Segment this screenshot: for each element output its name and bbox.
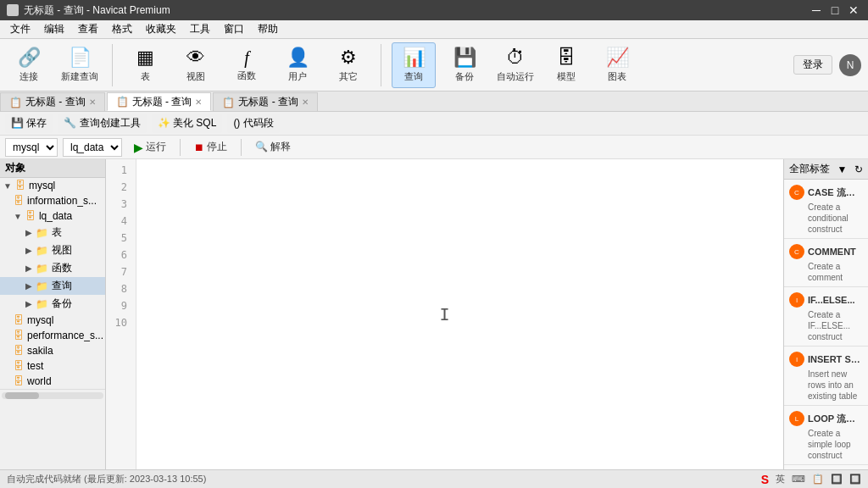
- login-button[interactable]: 登录: [793, 55, 832, 75]
- title-bar: 无标题 - 查询 - Navicat Premium ─ □ ✕: [0, 0, 868, 20]
- sidebar-item-world[interactable]: 🗄 world: [0, 374, 105, 389]
- sidebar-item-performance-schema[interactable]: 🗄 performance_s...: [0, 328, 105, 343]
- sidebar-item-tables[interactable]: ▶ 📁 表: [0, 224, 105, 241]
- menu-favorites[interactable]: 收藏夹: [139, 20, 183, 38]
- table-label: 表: [141, 70, 150, 83]
- function-button[interactable]: f 函数: [225, 42, 269, 88]
- snippet-loop[interactable]: L LOOP 流控... Create a simple loop constr…: [784, 406, 868, 465]
- collapse-icon: ▼: [3, 181, 12, 191]
- sidebar-item-mysql-db[interactable]: 🗄 mysql: [0, 313, 105, 328]
- sidebar-item-lq-data[interactable]: ▼ 🗄 lq_data: [0, 208, 105, 224]
- minimize-button[interactable]: ─: [809, 3, 824, 18]
- beautify-button[interactable]: ✨ 美化 SQL: [152, 114, 223, 133]
- snippet-loop-icon: L: [789, 411, 804, 426]
- menu-window[interactable]: 窗口: [217, 20, 251, 38]
- model-icon: 🗄: [557, 47, 576, 69]
- tab-1-close[interactable]: ✕: [89, 97, 96, 107]
- database-select[interactable]: lq_data: [63, 138, 122, 157]
- sidebar-item-backups[interactable]: ▶ 📁 备份: [0, 295, 105, 313]
- code-editor[interactable]: [136, 159, 783, 469]
- chart-label: 图表: [608, 70, 626, 83]
- sidebar-item-functions[interactable]: ▶ 📁 函数: [0, 259, 105, 277]
- line-5: 5: [106, 230, 131, 247]
- sidebar-item-backups-label: 备份: [52, 297, 72, 311]
- menu-tools[interactable]: 工具: [183, 20, 217, 38]
- sidebar-item-test[interactable]: 🗄 test: [0, 358, 105, 374]
- snippet-case-icon: C: [789, 185, 804, 200]
- snippet-if-else-title: IF...ELSE...: [808, 295, 855, 305]
- sidebar-item-views[interactable]: ▶ 📁 视图: [0, 241, 105, 259]
- tab-3-icon: 📋: [222, 97, 235, 108]
- editor-area: 1 2 3 4 5 6 7 8 9 10 I: [106, 159, 783, 469]
- folder-icon-5: 📁: [36, 298, 48, 310]
- chart-button[interactable]: 📈 图表: [595, 42, 639, 88]
- right-panel: 全部标签 ▼ ↻ C CASE 流控制... Create a conditio…: [783, 159, 868, 469]
- sidebar-item-mysql[interactable]: ▼ 🗄 mysql: [0, 178, 105, 193]
- save-button[interactable]: 💾 保存: [5, 114, 53, 133]
- tab-1-icon: 📋: [9, 97, 22, 108]
- menu-file[interactable]: 文件: [3, 20, 37, 38]
- query-tool-button[interactable]: 🔧 查询创建工具: [58, 114, 146, 133]
- sidebar-item-information-schema[interactable]: 🗄 information_s...: [0, 193, 105, 208]
- snippet-comment[interactable]: C COMMENT Create a comment: [784, 239, 868, 287]
- snippet-if-else[interactable]: I IF...ELSE... Create a IF...ELSE... con…: [784, 287, 868, 347]
- table-button[interactable]: ▦ 表: [123, 42, 167, 88]
- tab-1[interactable]: 📋 无标题 - 查询 ✕: [0, 92, 105, 111]
- tab-3-close[interactable]: ✕: [302, 97, 309, 107]
- expand-icon-tables: ▶: [25, 228, 32, 237]
- backup-label: 备份: [455, 70, 474, 83]
- connection-select[interactable]: mysql: [5, 138, 58, 157]
- maximize-button[interactable]: □: [827, 3, 843, 18]
- connect-icon: 🔗: [18, 47, 41, 69]
- menu-help[interactable]: 帮助: [251, 20, 285, 38]
- snippet-comment-icon: C: [789, 244, 804, 259]
- stop-button[interactable]: ⏹ 停止: [187, 138, 234, 156]
- sidebar-item-queries-label: 查询: [52, 279, 72, 293]
- status-text: 自动完成代码就绪 (最后更新: 2023-03-13 10:55): [7, 473, 206, 485]
- code-snippet-button[interactable]: () 代码段: [227, 114, 279, 133]
- sidebar-item-queries[interactable]: ▶ 📁 查询: [0, 277, 105, 295]
- refresh-icon[interactable]: ↻: [854, 164, 863, 175]
- backup-button[interactable]: 💾 备份: [442, 42, 487, 88]
- view-icon: 👁: [186, 47, 205, 69]
- sep1: [180, 139, 181, 156]
- menu-bar: 文件 编辑 查看 格式 收藏夹 工具 窗口 帮助: [0, 20, 868, 39]
- menu-edit[interactable]: 编辑: [37, 20, 71, 38]
- auto-run-label: 自动运行: [497, 70, 534, 83]
- tab-2[interactable]: 📋 无标题 - 查询 ✕: [107, 92, 212, 111]
- snippet-insert-header: I INSERT Sy...: [789, 352, 863, 367]
- sidebar-item-test-label: test: [27, 360, 43, 372]
- snippet-insert-icon: I: [789, 352, 804, 367]
- db-icon-5: 🗄: [14, 330, 24, 341]
- folder-icon-2: 📁: [36, 245, 48, 257]
- query-label: 查询: [404, 70, 423, 83]
- view-button[interactable]: 👁 视图: [174, 42, 218, 88]
- other-button[interactable]: ⚙ 其它: [326, 42, 370, 88]
- menu-format[interactable]: 格式: [105, 20, 139, 38]
- explain-button[interactable]: 🔍 解释: [248, 138, 298, 156]
- tab-2-close[interactable]: ✕: [195, 97, 202, 107]
- sidebar-item-lq-label: lq_data: [39, 210, 72, 222]
- connect-button[interactable]: 🔗 连接: [7, 42, 51, 88]
- db-icon-6: 🗄: [14, 345, 24, 357]
- scroll-track: [2, 392, 103, 399]
- user-button[interactable]: 👤 用户: [275, 42, 320, 88]
- run-label: 运行: [146, 140, 166, 154]
- menu-view[interactable]: 查看: [71, 20, 105, 38]
- run-button[interactable]: ▶ 运行: [127, 138, 173, 156]
- snippet-insert[interactable]: I INSERT Sy... Insert new rows into an e…: [784, 347, 868, 406]
- auto-run-button[interactable]: ⏱ 自动运行: [493, 42, 537, 88]
- new-query-button[interactable]: 📄 新建查询: [58, 42, 102, 88]
- query-button[interactable]: 📊 查询: [392, 42, 436, 88]
- close-button[interactable]: ✕: [846, 3, 861, 18]
- sidebar-header: 对象: [0, 159, 105, 178]
- snippet-case[interactable]: C CASE 流控制... Create a conditional const…: [784, 180, 868, 239]
- dropdown-icon[interactable]: ▼: [837, 164, 848, 175]
- sidebar-item-sakila[interactable]: 🗄 sakila: [0, 343, 105, 358]
- sidebar-scrollbar[interactable]: [0, 389, 105, 401]
- tab-3[interactable]: 📋 无标题 - 查询 ✕: [213, 92, 318, 111]
- model-button[interactable]: 🗄 模型: [544, 42, 588, 88]
- run-icon: ▶: [134, 141, 143, 154]
- sidebar: 对象 ▼ 🗄 mysql 🗄 information_s... ▼ 🗄 lq_d…: [0, 159, 106, 469]
- line-10: 10: [106, 315, 131, 332]
